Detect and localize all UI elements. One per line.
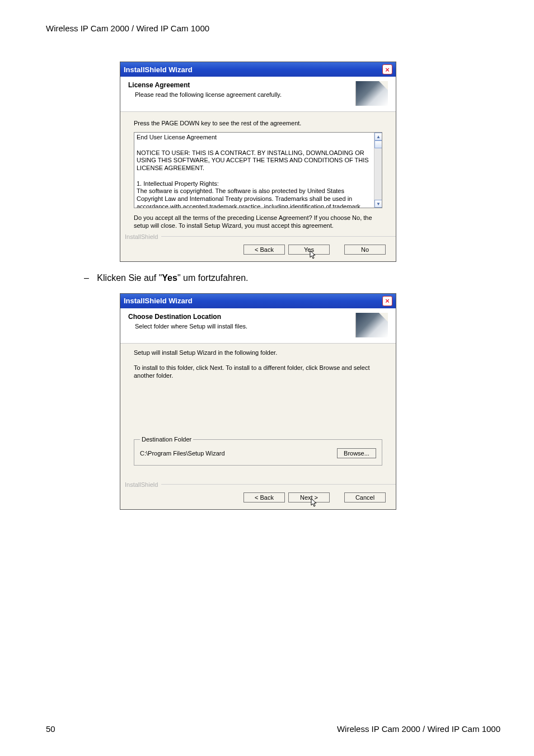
dest-line2: To install to this folder, click Next. T… — [134, 364, 382, 381]
wizard-destination: InstallShield Wizard × Choose Destinatio… — [120, 293, 396, 510]
eula-notice: NOTICE TO USER: THIS IS A CONTRACT. BY I… — [137, 149, 372, 172]
back-button[interactable]: < Back — [243, 245, 285, 255]
scrollbar[interactable]: ▲ ▼ — [374, 133, 382, 208]
close-icon: × — [385, 297, 390, 304]
window-title: InstallShield Wizard — [124, 65, 193, 74]
browse-button[interactable]: Browse... — [337, 448, 376, 458]
chevron-down-icon: ▼ — [376, 201, 381, 206]
button-bar: < Back Yes No — [120, 240, 396, 261]
banner-graphic — [355, 313, 388, 337]
back-button[interactable]: < Back — [243, 492, 285, 503]
installshield-brand: InstallShield — [120, 481, 396, 488]
banner-title: Choose Destination Location — [128, 313, 351, 321]
destination-path: C:\Program Files\Setup Wizard — [140, 450, 225, 457]
scroll-up-button[interactable]: ▲ — [374, 133, 382, 140]
page-number: 50 — [46, 724, 55, 734]
banner: License Agreement Please read the follow… — [120, 77, 396, 112]
installshield-brand: InstallShield — [120, 233, 396, 240]
close-button[interactable]: × — [382, 64, 392, 74]
banner-subtitle: Please read the following license agreem… — [135, 91, 351, 98]
cancel-button[interactable]: Cancel — [344, 492, 386, 503]
banner-graphic — [355, 81, 388, 106]
scroll-down-button[interactable]: ▼ — [374, 200, 382, 208]
close-icon: × — [385, 66, 390, 73]
no-button[interactable]: No — [344, 245, 386, 255]
destination-legend: Destination Folder — [140, 436, 193, 443]
eula-section-body: The software is copyrighted. The softwar… — [137, 187, 372, 208]
banner: Choose Destination Location Select folde… — [120, 308, 396, 344]
eula-content: End User License Agreement NOTICE TO USE… — [137, 134, 372, 208]
footer-title: Wireless IP Cam 2000 / Wired IP Cam 1000 — [337, 724, 500, 734]
chevron-up-icon: ▲ — [376, 134, 381, 139]
eula-heading: End User License Agreement — [137, 134, 372, 142]
page-header: Wireless IP Cam 2000 / Wired IP Cam 1000 — [46, 24, 209, 33]
pagedown-hint: Press the PAGE DOWN key to see the rest … — [134, 120, 382, 126]
dest-line1: Setup will install Setup Wizard in the f… — [134, 349, 382, 356]
titlebar: InstallShield Wizard × — [120, 62, 396, 77]
button-bar: < Back Next > Cancel — [120, 488, 396, 509]
close-button[interactable]: × — [382, 296, 392, 306]
instruction-line: – Klicken Sie auf "Yes" um fortzufahren. — [74, 273, 488, 283]
accept-question: Do you accept all the terms of the prece… — [134, 214, 382, 230]
doc-body: InstallShield Wizard × License Agreement… — [46, 62, 488, 521]
page-footer: 50 Wireless IP Cam 2000 / Wired IP Cam 1… — [46, 724, 500, 734]
wizard-license: InstallShield Wizard × License Agreement… — [120, 62, 396, 262]
scroll-thumb[interactable] — [374, 140, 382, 148]
window-title: InstallShield Wizard — [124, 297, 193, 305]
next-button[interactable]: Next > — [288, 492, 330, 503]
banner-title: License Agreement — [128, 81, 351, 89]
titlebar: InstallShield Wizard × — [120, 294, 396, 308]
eula-textbox[interactable]: End User License Agreement NOTICE TO USE… — [134, 132, 382, 208]
eula-section-title: 1. Intellectual Property Rights: — [137, 180, 372, 188]
destination-fieldset: Destination Folder C:\Program Files\Setu… — [134, 436, 382, 466]
yes-button[interactable]: Yes — [288, 245, 330, 255]
banner-subtitle: Select folder where Setup will install f… — [135, 323, 351, 330]
